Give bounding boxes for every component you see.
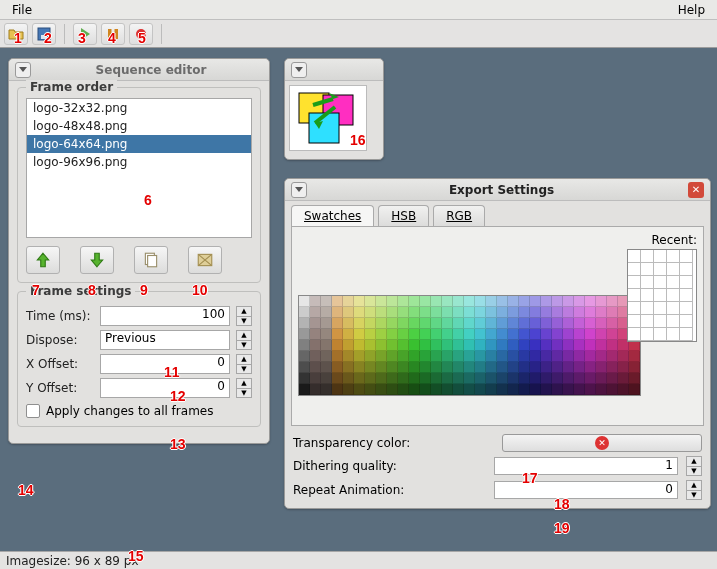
- frame-settings-group: Frame settings Time (ms): 100 ▲▼ Dispose…: [17, 291, 261, 427]
- panel-header: [285, 59, 383, 81]
- apply-all-label: Apply changes to all frames: [46, 404, 213, 418]
- collapse-toggle[interactable]: [291, 182, 307, 198]
- tab-rgb[interactable]: RGB: [433, 205, 485, 226]
- save-file-button[interactable]: [32, 23, 56, 45]
- collapse-toggle[interactable]: [291, 62, 307, 78]
- list-item[interactable]: logo-32x32.png: [27, 99, 251, 117]
- tab-swatches[interactable]: Swatches: [291, 205, 374, 226]
- repeat-label: Repeat Animation:: [293, 483, 486, 497]
- yoffset-label: Y Offset:: [26, 381, 94, 395]
- menu-bar: File Help: [0, 0, 717, 20]
- close-button[interactable]: ✕: [688, 182, 704, 198]
- svg-rect-3: [115, 29, 119, 39]
- transparency-label: Transparency color:: [293, 436, 494, 450]
- panel-header: Sequence editor: [9, 59, 269, 81]
- pause-button[interactable]: [101, 23, 125, 45]
- swatches-pane: Recent:: [291, 226, 704, 426]
- repeat-input[interactable]: 0: [494, 481, 678, 499]
- list-item[interactable]: logo-96x96.png: [27, 153, 251, 171]
- time-spinner[interactable]: ▲▼: [236, 306, 252, 326]
- yoffset-spinner[interactable]: ▲▼: [236, 378, 252, 398]
- recent-grid[interactable]: [627, 249, 697, 342]
- move-up-button[interactable]: [26, 246, 60, 274]
- dithering-input[interactable]: 1: [494, 457, 678, 475]
- frame-order-label: Frame order: [26, 80, 117, 94]
- frame-order-group: Frame order logo-32x32.pnglogo-48x48.png…: [17, 87, 261, 283]
- yoffset-input[interactable]: 0: [100, 378, 230, 398]
- recent-swatches: Recent:: [627, 233, 697, 342]
- xoffset-input[interactable]: 0: [100, 354, 230, 374]
- preview-canvas: [289, 85, 367, 151]
- move-down-button[interactable]: [80, 246, 114, 274]
- xoffset-spinner[interactable]: ▲▼: [236, 354, 252, 374]
- time-label: Time (ms):: [26, 309, 94, 323]
- svg-point-4: [136, 29, 146, 39]
- dispose-select[interactable]: Previous: [100, 330, 230, 350]
- svg-rect-2: [108, 29, 112, 39]
- preview-panel: [284, 58, 384, 160]
- transparency-color-button[interactable]: ✕: [502, 434, 702, 452]
- record-button[interactable]: [129, 23, 153, 45]
- frame-list[interactable]: logo-32x32.pnglogo-48x48.pnglogo-64x64.p…: [26, 98, 252, 238]
- copy-frame-button[interactable]: [134, 246, 168, 274]
- tab-hsb[interactable]: HSB: [378, 205, 429, 226]
- xoffset-label: X Offset:: [26, 357, 94, 371]
- toolbar: [0, 20, 717, 48]
- list-item[interactable]: logo-64x64.png: [27, 135, 251, 153]
- apply-all-checkbox[interactable]: [26, 404, 40, 418]
- dispose-spinner[interactable]: ▲▼: [236, 330, 252, 350]
- open-file-button[interactable]: [4, 23, 28, 45]
- dithering-label: Dithering quality:: [293, 459, 486, 473]
- color-tabs: Swatches HSB RGB: [285, 201, 710, 226]
- sequence-editor-panel: Sequence editor Frame order logo-32x32.p…: [8, 58, 270, 444]
- repeat-spinner[interactable]: ▲▼: [686, 480, 702, 500]
- dithering-spinner[interactable]: ▲▼: [686, 456, 702, 476]
- time-input[interactable]: 100: [100, 306, 230, 326]
- frame-settings-label: Frame settings: [26, 284, 135, 298]
- export-settings-panel: Export Settings ✕ Swatches HSB RGB Recen…: [284, 178, 711, 509]
- status-bar: Imagesize: 96 x 89 px: [0, 551, 717, 569]
- delete-frame-button[interactable]: [188, 246, 222, 274]
- overlapping-squares-icon: [293, 89, 363, 147]
- swatch-grid[interactable]: [298, 295, 641, 396]
- recent-label: Recent:: [627, 233, 697, 247]
- panel-title: Sequence editor: [39, 63, 263, 77]
- panel-title: Export Settings: [315, 183, 688, 197]
- status-text: Imagesize: 96 x 89 px: [6, 554, 139, 568]
- dispose-label: Dispose:: [26, 333, 94, 347]
- collapse-toggle[interactable]: [15, 62, 31, 78]
- menu-file[interactable]: File: [6, 1, 38, 19]
- clear-color-icon: ✕: [595, 436, 609, 450]
- play-button[interactable]: [73, 23, 97, 45]
- svg-rect-6: [148, 256, 157, 267]
- menu-help[interactable]: Help: [672, 1, 711, 19]
- svg-rect-1: [41, 35, 47, 39]
- panel-header: Export Settings ✕: [285, 179, 710, 201]
- list-item[interactable]: logo-48x48.png: [27, 117, 251, 135]
